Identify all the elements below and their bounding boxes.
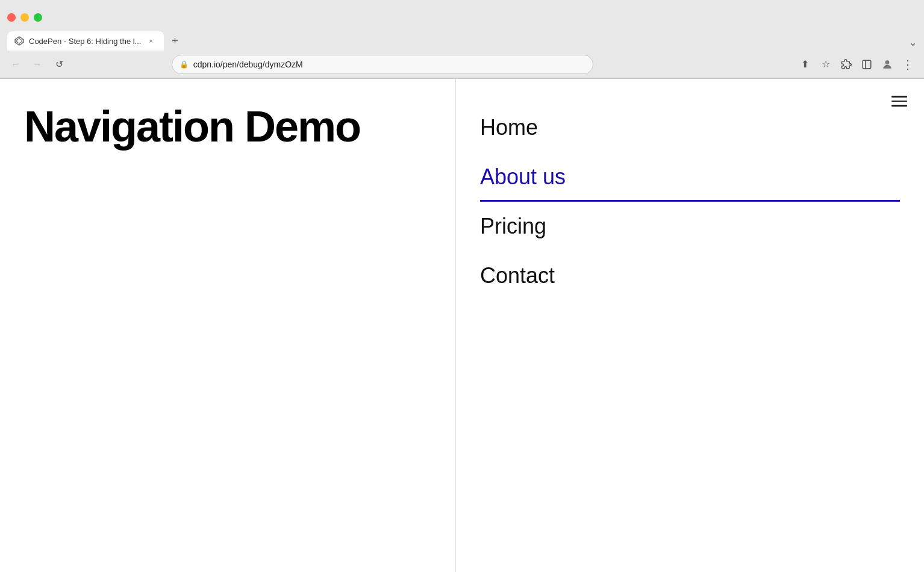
tab-bar-right: ⌄ bbox=[909, 37, 917, 48]
svg-marker-1 bbox=[17, 39, 22, 43]
minimize-traffic-light[interactable] bbox=[20, 13, 29, 22]
menu-button[interactable]: ⋮ bbox=[899, 55, 917, 73]
tab-dropdown-button[interactable]: ⌄ bbox=[909, 37, 917, 48]
main-content: Navigation Demo bbox=[0, 79, 456, 572]
forward-button[interactable]: → bbox=[29, 56, 46, 73]
close-traffic-light[interactable] bbox=[7, 13, 16, 22]
svg-rect-8 bbox=[863, 60, 871, 69]
share-button[interactable]: ⬆ bbox=[796, 55, 814, 73]
nav-panel: HomeAbout usPricingContact bbox=[456, 79, 924, 572]
page-heading: Navigation Demo bbox=[24, 103, 360, 151]
new-tab-button[interactable]: + bbox=[166, 33, 183, 49]
sidebar-button[interactable] bbox=[858, 55, 876, 73]
traffic-lights bbox=[7, 13, 42, 22]
bookmark-button[interactable]: ☆ bbox=[817, 55, 835, 73]
browser-chrome: CodePen - Step 6: Hiding the l... × + ⌄ … bbox=[0, 0, 924, 79]
tab-title: CodePen - Step 6: Hiding the l... bbox=[29, 37, 141, 46]
content-area: Navigation Demo HomeAbout usPricingConta… bbox=[0, 79, 924, 572]
hamburger-line-3 bbox=[891, 105, 907, 107]
tab-close-button[interactable]: × bbox=[146, 36, 155, 46]
nav-item-contact[interactable]: Contact bbox=[480, 251, 900, 300]
profile-button[interactable] bbox=[878, 55, 896, 73]
reload-button[interactable]: ↺ bbox=[51, 56, 67, 73]
tab-favicon bbox=[14, 36, 24, 46]
title-bar bbox=[0, 0, 924, 29]
svg-point-10 bbox=[885, 60, 890, 64]
hamburger-line-2 bbox=[891, 101, 907, 102]
nav-item-about-us[interactable]: About us bbox=[480, 152, 900, 202]
address-bar-actions: ⬆ ☆ ⋮ bbox=[796, 55, 917, 73]
url-bar[interactable]: 🔒 cdpn.io/pen/debug/dymzOzM bbox=[172, 55, 593, 74]
nav-item-home[interactable]: Home bbox=[480, 103, 900, 152]
browser-tab[interactable]: CodePen - Step 6: Hiding the l... × bbox=[7, 31, 164, 51]
nav-item-pricing[interactable]: Pricing bbox=[480, 202, 900, 251]
address-bar: ← → ↺ 🔒 cdpn.io/pen/debug/dymzOzM ⬆ ☆ bbox=[0, 51, 924, 78]
tab-bar: CodePen - Step 6: Hiding the l... × + ⌄ bbox=[0, 29, 924, 51]
nav-menu: HomeAbout usPricingContact bbox=[480, 103, 900, 300]
hamburger-button[interactable] bbox=[887, 91, 912, 111]
back-button[interactable]: ← bbox=[7, 56, 24, 73]
lock-icon: 🔒 bbox=[179, 60, 189, 69]
hamburger-line-1 bbox=[891, 96, 907, 98]
extensions-button[interactable] bbox=[837, 55, 855, 73]
url-text: cdpn.io/pen/debug/dymzOzM bbox=[193, 60, 585, 69]
maximize-traffic-light[interactable] bbox=[34, 13, 42, 22]
